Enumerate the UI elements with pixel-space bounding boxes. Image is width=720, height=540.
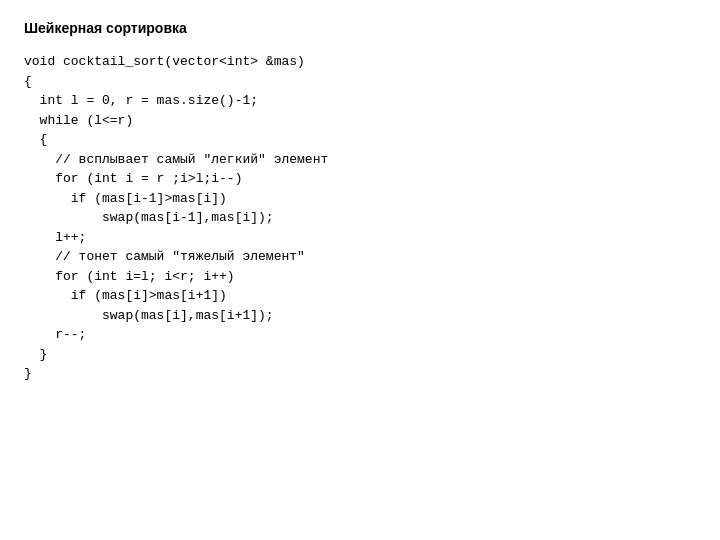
code-line: swap(mas[i],mas[i+1]); — [24, 306, 696, 326]
code-line: if (mas[i-1]>mas[i]) — [24, 189, 696, 209]
code-block: void cocktail_sort(vector<int> &mas){ in… — [24, 52, 696, 384]
page-title: Шейкерная сортировка — [24, 20, 696, 36]
code-line: // всплывает самый "легкий" элемент — [24, 150, 696, 170]
code-line: void cocktail_sort(vector<int> &mas) — [24, 52, 696, 72]
code-line: // тонет самый "тяжелый элемент" — [24, 247, 696, 267]
code-line: } — [24, 345, 696, 365]
code-line: for (int i = r ;i>l;i--) — [24, 169, 696, 189]
code-line: } — [24, 364, 696, 384]
code-line: r--; — [24, 325, 696, 345]
code-line: { — [24, 72, 696, 92]
code-line: while (l<=r) — [24, 111, 696, 131]
code-line: if (mas[i]>mas[i+1]) — [24, 286, 696, 306]
code-line: l++; — [24, 228, 696, 248]
code-line: { — [24, 130, 696, 150]
code-line: int l = 0, r = mas.size()-1; — [24, 91, 696, 111]
code-line: swap(mas[i-1],mas[i]); — [24, 208, 696, 228]
code-line: for (int i=l; i<r; i++) — [24, 267, 696, 287]
